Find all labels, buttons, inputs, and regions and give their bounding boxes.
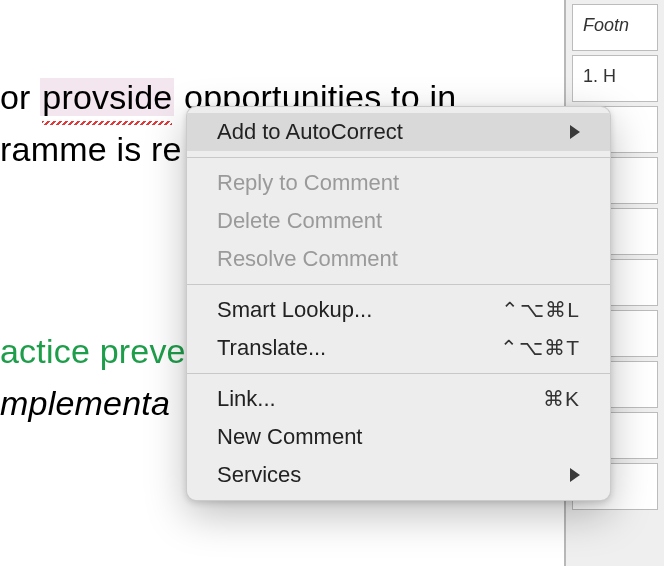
text-line-3-green: actice preve — [0, 326, 186, 377]
menu-item-add-autocorrect[interactable]: Add to AutoCorrect — [187, 113, 610, 151]
menu-separator — [187, 284, 610, 285]
menu-item-smart-lookup[interactable]: Smart Lookup... ⌃⌥⌘L — [187, 291, 610, 329]
menu-separator — [187, 157, 610, 158]
menu-item-translate[interactable]: Translate... ⌃⌥⌘T — [187, 329, 610, 367]
menu-item-label: Smart Lookup... — [217, 297, 501, 323]
menu-item-link[interactable]: Link... ⌘K — [187, 380, 610, 418]
misspelled-word[interactable]: provside — [40, 72, 174, 123]
menu-item-label: New Comment — [217, 424, 580, 450]
sidebar-row[interactable]: Footn — [572, 4, 658, 51]
menu-item-label: Reply to Comment — [217, 170, 580, 196]
menu-item-label: Add to AutoCorrect — [217, 119, 560, 145]
menu-item-reply-comment: Reply to Comment — [187, 164, 610, 202]
menu-separator — [187, 373, 610, 374]
misspell-highlight: provside — [40, 78, 174, 116]
menu-item-label: Link... — [217, 386, 543, 412]
submenu-arrow-icon — [570, 468, 580, 482]
menu-item-label: Services — [217, 462, 560, 488]
menu-item-label: Delete Comment — [217, 208, 580, 234]
context-menu: Add to AutoCorrect Reply to Comment Dele… — [186, 106, 611, 501]
menu-item-delete-comment: Delete Comment — [187, 202, 610, 240]
keyboard-shortcut: ⌃⌥⌘T — [500, 336, 580, 360]
keyboard-shortcut: ⌘K — [543, 387, 580, 411]
submenu-arrow-icon — [570, 125, 580, 139]
text-fragment: or — [0, 78, 40, 116]
menu-item-resolve-comment: Resolve Comment — [187, 240, 610, 278]
menu-item-new-comment[interactable]: New Comment — [187, 418, 610, 456]
sidebar-row[interactable]: 1. H — [572, 55, 658, 102]
menu-item-label: Resolve Comment — [217, 246, 580, 272]
menu-item-services[interactable]: Services — [187, 456, 610, 494]
text-line-2: ramme is re — [0, 124, 182, 175]
menu-item-label: Translate... — [217, 335, 500, 361]
text-line-4-italic: mplementa — [0, 378, 170, 429]
keyboard-shortcut: ⌃⌥⌘L — [501, 298, 580, 322]
